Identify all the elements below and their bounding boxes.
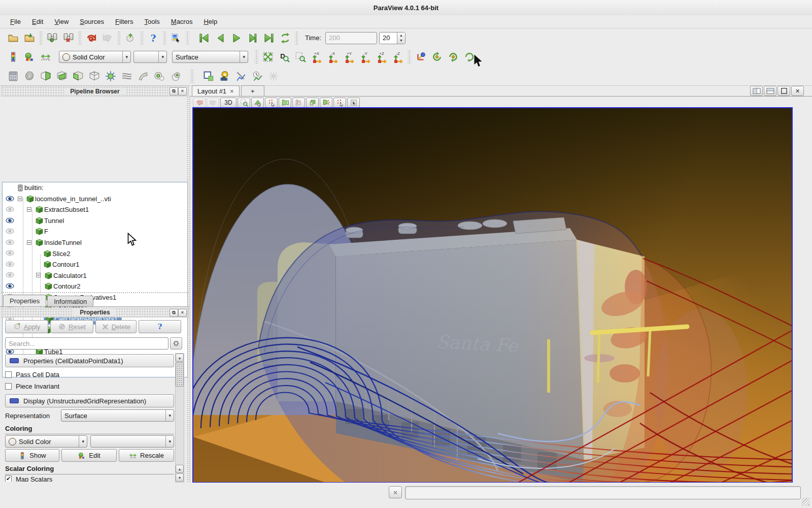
set-view-plusminus-z[interactable]: +Z xyxy=(374,49,390,65)
rotate-camera-ccw-button[interactable] xyxy=(429,49,445,65)
tab-properties[interactable]: Properties xyxy=(3,295,46,307)
vcr-last-frame-button[interactable] xyxy=(261,30,277,46)
maximize-view-button[interactable] xyxy=(777,86,790,96)
layout-tab[interactable]: Layout #1 × xyxy=(192,85,240,96)
properties-scrollbar[interactable]: ▲ ▲ ▼ xyxy=(175,353,184,483)
visibility-eye-icon[interactable] xyxy=(6,272,14,278)
set-view-minus-y[interactable]: -Y xyxy=(357,49,374,65)
hover-cells-button[interactable] xyxy=(347,98,360,108)
select-block-button[interactable] xyxy=(306,98,319,108)
help-button[interactable] xyxy=(145,30,161,46)
coloring-mode-combo[interactable]: Solid Color ▾ xyxy=(5,435,87,448)
camera-orientation-button[interactable] xyxy=(413,49,429,65)
open-button[interactable] xyxy=(5,30,21,46)
spreadsheet-view-button[interactable] xyxy=(200,68,217,84)
edit-color-button[interactable]: Edit xyxy=(61,449,117,462)
vcr-next-frame-button[interactable] xyxy=(245,30,261,46)
set-view-plusminus-x[interactable]: +X xyxy=(309,49,325,65)
slice-filter-button[interactable] xyxy=(54,68,70,84)
pipeline-item-locomotive-in-tunnel-vti[interactable]: locomotive_in_tunnel_..vti xyxy=(3,194,187,205)
display-section-header[interactable]: Display (UnstructuredGridRepresentation) xyxy=(5,394,174,407)
extract-subset-filter-button[interactable] xyxy=(86,68,103,84)
pass-cell-data-checkbox[interactable] xyxy=(5,371,12,378)
calculator-filter-button[interactable] xyxy=(5,68,21,84)
menu-edit[interactable]: Edit xyxy=(27,16,48,27)
render-view[interactable]: Santa Fe xyxy=(192,107,793,483)
undo-camera-button[interactable] xyxy=(193,98,206,108)
warp-filter-button[interactable] xyxy=(135,68,151,84)
pipeline-item-slice2[interactable]: Slice2 xyxy=(3,248,187,259)
expander-icon[interactable] xyxy=(27,240,31,245)
scrollbar-thumb[interactable] xyxy=(176,362,184,387)
spin-up-icon[interactable]: ▲ xyxy=(397,33,405,38)
select-cells-through-button[interactable] xyxy=(279,98,291,108)
expander-icon[interactable] xyxy=(27,207,31,212)
pipeline-item-insidetunnel[interactable]: InsideTunnel xyxy=(3,237,187,248)
rescale-button[interactable]: Rescale xyxy=(119,449,174,462)
show-legend-button[interactable]: Show xyxy=(5,449,59,462)
server-disconnect-button[interactable] xyxy=(60,30,77,46)
scroll-up-icon[interactable]: ▲ xyxy=(176,465,184,473)
frame-spin-arrows[interactable]: ▲ ▼ xyxy=(397,33,405,44)
map-scalars-checkbox[interactable]: ✔ xyxy=(5,475,12,482)
visibility-eye-icon[interactable] xyxy=(6,250,14,256)
layout-tab-close-icon[interactable]: × xyxy=(230,87,234,95)
interactive-select-points-button[interactable] xyxy=(333,98,346,108)
float-dock-button[interactable]: ⧉ xyxy=(170,87,178,96)
group-datasets-filter-button[interactable] xyxy=(151,68,167,84)
properties-titlebar[interactable]: Properties ⧉ × xyxy=(1,307,189,318)
set-view-plusminus-y[interactable]: +Y xyxy=(341,49,357,65)
toggle-color-legend-button[interactable] xyxy=(5,49,21,65)
edit-color-map-button[interactable] xyxy=(21,49,38,65)
title-bar[interactable]: ParaView 4.0.1 64-bit xyxy=(0,0,812,16)
visibility-eye-icon[interactable] xyxy=(6,196,14,202)
histogram-button[interactable] xyxy=(217,68,233,84)
split-horizontal-button[interactable] xyxy=(750,86,763,96)
reset-camera-button[interactable] xyxy=(260,49,276,65)
view-mode-button[interactable]: 3D xyxy=(220,98,236,108)
menu-macros[interactable]: Macros xyxy=(166,16,198,27)
select-points-on-button[interactable] xyxy=(265,98,278,108)
vcr-previous-frame-button[interactable] xyxy=(212,30,228,46)
pipeline-item-contour1[interactable]: Contour1 xyxy=(3,259,187,270)
zoom-to-box-button[interactable] xyxy=(292,49,309,65)
expander-icon[interactable] xyxy=(18,197,22,201)
pipeline-item-extractsubset1[interactable]: ExtractSubset1 xyxy=(3,204,187,215)
glyph-filter-button[interactable] xyxy=(103,68,119,84)
stream-tracer-filter-button[interactable] xyxy=(119,68,135,84)
undo-button[interactable] xyxy=(83,30,99,46)
color-array-combo[interactable]: ▾ xyxy=(133,51,167,63)
redo-camera-button[interactable] xyxy=(207,98,219,108)
piece-invariant-checkbox[interactable] xyxy=(5,383,12,390)
clip-filter-button[interactable] xyxy=(38,68,54,84)
pipeline-item-tunnel[interactable]: Tunnel xyxy=(3,215,187,227)
scroll-up-icon[interactable]: ▲ xyxy=(176,354,184,362)
redo-button[interactable] xyxy=(99,30,116,46)
tab-information[interactable]: Information xyxy=(47,296,93,307)
plot-over-time-button[interactable] xyxy=(249,68,265,84)
resize-grip-icon[interactable] xyxy=(802,498,810,506)
coloring-array-combo[interactable]: ▾ xyxy=(90,435,174,448)
float-dock-button[interactable]: ⧉ xyxy=(170,309,178,317)
interactive-select-cells-button[interactable] xyxy=(320,98,332,108)
split-vertical-button[interactable] xyxy=(764,86,776,96)
visibility-eye-icon[interactable] xyxy=(6,217,14,224)
close-dock-button[interactable]: × xyxy=(178,309,187,317)
search-options-button[interactable] xyxy=(170,337,182,350)
close-dock-button[interactable]: × xyxy=(178,87,187,96)
representation-property-combo[interactable]: Surface ▾ xyxy=(61,409,174,422)
expander-icon[interactable] xyxy=(36,273,41,277)
properties-help-button[interactable] xyxy=(139,320,181,333)
visibility-eye-icon[interactable] xyxy=(6,283,14,289)
threshold-filter-button[interactable] xyxy=(70,68,86,84)
visibility-eye-icon[interactable] xyxy=(6,206,14,212)
representation-combo[interactable]: Surface ▾ xyxy=(172,51,248,63)
visibility-eye-icon[interactable] xyxy=(6,261,14,267)
time-value-field[interactable]: 200 xyxy=(325,32,377,44)
vcr-first-frame-button[interactable] xyxy=(196,30,212,46)
add-layout-tab[interactable]: + xyxy=(241,85,264,96)
zoom-to-data-view-button[interactable] xyxy=(238,98,250,108)
pipeline-item-f[interactable]: F xyxy=(3,226,187,237)
select-points-through-button[interactable] xyxy=(292,98,305,108)
auto-apply-button[interactable] xyxy=(122,30,139,46)
